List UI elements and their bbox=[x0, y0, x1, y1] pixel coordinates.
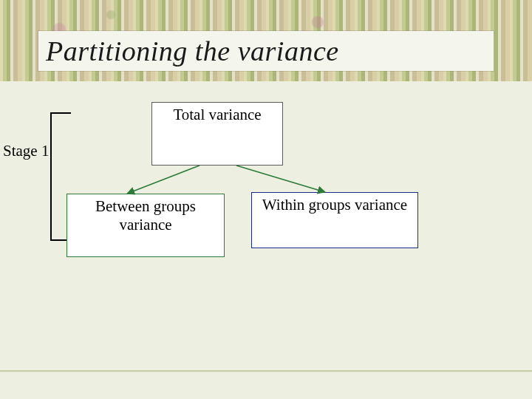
decorative-bottom-rule bbox=[0, 370, 532, 372]
node-within-groups-variance: Within groups variance bbox=[251, 192, 418, 248]
node-between-groups-variance: Between groups variance bbox=[66, 194, 225, 257]
variance-diagram: Stage 1 Total variance Between groups va… bbox=[0, 0, 532, 399]
node-between-groups-text: Between groups variance bbox=[95, 197, 196, 233]
stage-1-label: Stage 1 bbox=[3, 142, 49, 160]
arrow-total-to-between bbox=[127, 166, 200, 194]
node-total-variance-text: Total variance bbox=[173, 106, 261, 123]
node-total-variance: Total variance bbox=[151, 102, 283, 166]
node-within-groups-text: Within groups variance bbox=[262, 196, 407, 214]
slide: Partitioning the variance Stage 1 Total … bbox=[0, 0, 532, 399]
arrow-total-to-within bbox=[236, 166, 325, 192]
